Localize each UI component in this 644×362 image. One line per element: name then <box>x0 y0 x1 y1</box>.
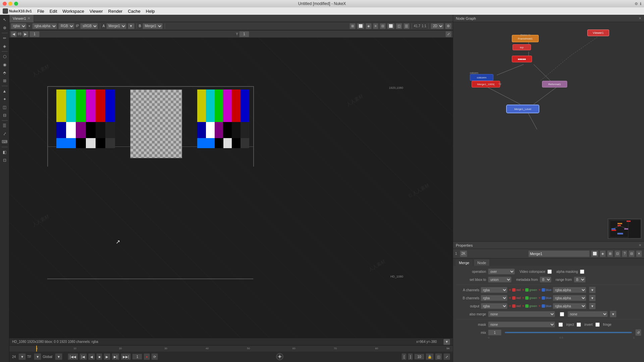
node-name-input[interactable] <box>528 250 590 257</box>
viewer-expand-btn[interactable]: ⤢ <box>445 31 451 37</box>
menu-help[interactable]: Help <box>146 9 155 14</box>
tool-3d[interactable]: ▲ <box>1 87 8 95</box>
b-ch-blue-x[interactable]: ✕ <box>538 296 541 300</box>
tool-color[interactable]: ◉ <box>1 61 8 68</box>
tool-script[interactable]: ⌨ <box>1 138 8 145</box>
maximize-window-button[interactable] <box>14 2 18 6</box>
mix-reset[interactable]: ↺ <box>635 329 641 336</box>
also-merge-select2[interactable]: none <box>568 311 608 317</box>
colorspace-select[interactable]: sRGB <box>80 23 98 29</box>
properties-close[interactable]: ✕ <box>639 243 641 247</box>
menu-render[interactable]: Render <box>108 9 123 14</box>
operation-select[interactable]: over under atop <box>488 268 515 275</box>
invert-check[interactable] <box>595 322 600 327</box>
menu-edit[interactable]: Edit <box>50 9 57 14</box>
prop-postage-btn[interactable]: ⬜ <box>591 250 598 257</box>
out-point-btn[interactable]: ] <box>408 353 413 360</box>
view-mode-select[interactable]: 2D <box>431 23 444 29</box>
node-merge1-red[interactable]: Merge1_1000( <box>472 81 500 87</box>
tool-deep[interactable]: ◫ <box>1 104 8 111</box>
global-btn[interactable]: ▼ <box>55 353 62 360</box>
prop-expand-btn[interactable]: ⊟ <box>629 250 635 257</box>
a-options-btn[interactable]: ▼ <box>128 23 135 29</box>
tool-view[interactable]: ⊕ <box>1 24 8 32</box>
node-colcorrn[interactable]: colcorrn <box>470 74 493 81</box>
in-point-btn[interactable]: [ <box>401 353 407 360</box>
tool-select[interactable]: ↖ <box>1 16 8 23</box>
view-icon-6[interactable]: ◫ <box>396 23 402 29</box>
frame-next-btn[interactable]: ▶ <box>22 31 29 37</box>
also-merge-expand[interactable]: ▼ <box>610 311 616 317</box>
video-colorspace-check[interactable] <box>547 269 552 274</box>
step-fwd-btn[interactable]: ▶| <box>112 353 119 360</box>
cache-btn[interactable]: ◫ <box>435 353 442 360</box>
b-ch-green-x[interactable]: ✕ <box>522 296 525 300</box>
b-merge-select[interactable]: Merge1 <box>143 23 163 29</box>
bbox-select[interactable]: union A B <box>488 277 512 283</box>
fps-btn[interactable]: ▼ <box>18 353 26 360</box>
stop-btn[interactable]: ■ <box>96 353 102 360</box>
tab-merge[interactable]: Merge <box>455 259 473 266</box>
out-ch-expand[interactable]: ▼ <box>589 303 596 309</box>
prop-help-btn[interactable]: ? <box>622 250 627 257</box>
record-btn[interactable]: ● <box>144 353 150 360</box>
tool-io[interactable]: ⤤ <box>1 130 8 137</box>
play-btn[interactable]: ▶ <box>104 353 110 360</box>
node-grade[interactable]: iop <box>513 44 531 50</box>
node-reformat1[interactable]: Reformat1 <box>542 81 567 87</box>
out-ch-red-x[interactable]: ✕ <box>509 304 512 308</box>
view-icon-roi[interactable]: ⬜ <box>387 23 394 29</box>
b-channels-select[interactable]: rgba <box>481 295 507 301</box>
frame-prev-btn[interactable]: ◀ <box>11 31 17 37</box>
a-ch-green-x[interactable]: ✕ <box>522 288 525 292</box>
tool-edit[interactable]: ✏ <box>1 35 8 42</box>
prop-close-btn[interactable]: ✕ <box>636 250 642 257</box>
skip-end-btn[interactable]: ▶▶| <box>121 353 131 360</box>
a-alpha-select[interactable]: rgba.alpha <box>553 287 586 293</box>
range-select[interactable]: B A <box>574 277 586 283</box>
close-window-button[interactable] <box>3 2 7 6</box>
node-graph-canvas[interactable]: Viewer1 FrameHold1 (frame: 1) iop ■■■■■ <box>453 22 644 241</box>
status-expand[interactable]: ▼ <box>443 339 450 345</box>
prop-color-btn[interactable]: ◈ <box>600 250 606 257</box>
tool-particle[interactable]: ✦ <box>1 96 8 103</box>
b-ch-expand[interactable]: ▼ <box>589 295 596 301</box>
b-ch-red-x[interactable]: ✕ <box>509 296 512 300</box>
viewer-settings-btn[interactable]: ⚙ <box>445 23 451 29</box>
menu-viewer[interactable]: Viewer <box>90 9 103 14</box>
color-mode-select[interactable]: RGB <box>58 23 74 29</box>
minimize-window-button[interactable] <box>8 2 12 6</box>
prop-2k-btn[interactable]: 2K <box>460 250 467 257</box>
tool-filter[interactable]: ⬘ <box>1 69 8 76</box>
alpha-select[interactable]: rgba.alpha <box>32 23 57 29</box>
out-alpha-select[interactable]: rgba.alpha <box>553 303 586 309</box>
view-icon-4[interactable]: ≡ <box>373 23 378 29</box>
node-graph-close[interactable]: ✕ <box>639 16 641 20</box>
viewer-tab-close[interactable]: ✕ <box>28 16 30 20</box>
expand-timeline-btn[interactable]: ⤢ <box>443 353 450 360</box>
tab-node[interactable]: Node <box>474 259 490 266</box>
a-ch-expand[interactable]: ▼ <box>589 287 596 293</box>
y-input[interactable] <box>239 31 249 37</box>
tool-node[interactable]: ⬡ <box>1 53 8 60</box>
also-merge-check[interactable] <box>560 312 564 316</box>
out-ch-blue-x[interactable]: ✕ <box>538 304 541 308</box>
channel-select[interactable]: rgba <box>11 23 26 29</box>
node-merge1-level[interactable]: Merge1_Level <box>507 105 539 113</box>
tool-transform[interactable]: ⊞ <box>1 77 8 84</box>
view-icon-3[interactable]: ◈ <box>366 23 372 29</box>
mix-input[interactable] <box>488 329 501 336</box>
menu-file[interactable]: File <box>37 9 44 14</box>
tool-other[interactable]: ⊟ <box>1 112 8 119</box>
node-viewer1[interactable]: Viewer1 <box>587 29 609 36</box>
a-merge-select[interactable]: Merge1 <box>106 23 126 29</box>
frame-range-input[interactable] <box>414 354 424 360</box>
menu-cache[interactable]: Cache <box>128 9 141 14</box>
current-frame-input[interactable] <box>132 354 142 360</box>
step-back-btn[interactable]: |◀ <box>79 353 87 360</box>
frame-input[interactable] <box>30 31 40 37</box>
mix-slider[interactable] <box>505 332 632 333</box>
viewer-tab[interactable]: Viewer1 ✕ <box>9 15 34 22</box>
inject-check[interactable] <box>577 322 581 327</box>
prop-paste-btn[interactable]: ⊡ <box>614 250 621 257</box>
